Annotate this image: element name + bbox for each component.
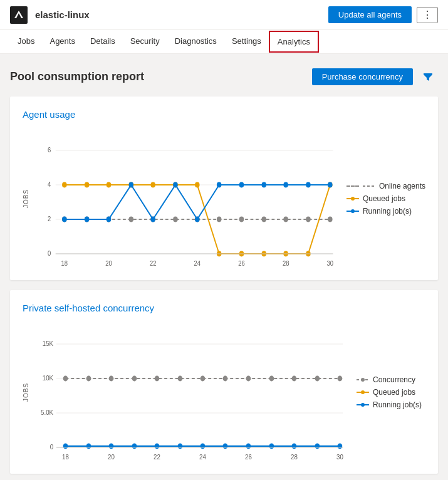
svg-point-33 <box>107 182 112 188</box>
svg-text:20: 20 <box>108 453 115 461</box>
svg-point-97 <box>132 443 137 449</box>
svg-point-95 <box>86 443 91 449</box>
svg-point-85 <box>178 376 183 382</box>
svg-text:22: 22 <box>150 259 157 267</box>
svg-point-91 <box>315 376 320 382</box>
more-options-button[interactable]: ⋮ <box>417 7 438 23</box>
svg-text:Nov: Nov <box>60 461 71 461</box>
svg-point-51 <box>217 182 222 188</box>
svg-point-49 <box>173 182 178 188</box>
svg-point-87 <box>223 376 228 382</box>
page-actions: Purchase concurrency <box>312 66 438 86</box>
nav-bar: Jobs Agents Details Security Diagnostics… <box>0 30 448 54</box>
legend-item-running: Running job(s) <box>346 207 425 216</box>
svg-text:26: 26 <box>238 259 245 267</box>
svg-point-32 <box>85 182 90 188</box>
svg-point-81 <box>86 376 91 382</box>
legend-label-concurrency: Concurrency <box>373 375 415 384</box>
legend-label-queued: Queued jobs <box>363 194 405 203</box>
page-header: Pool consumption report Purchase concurr… <box>10 66 438 86</box>
filter-icon[interactable] <box>418 66 438 86</box>
svg-point-101 <box>223 443 228 449</box>
svg-text:26: 26 <box>245 453 252 461</box>
svg-text:Nov: Nov <box>59 267 70 268</box>
legend-item-concurrency: Concurrency <box>357 375 425 384</box>
svg-text:2: 2 <box>48 216 51 223</box>
svg-point-50 <box>195 217 200 222</box>
private-concurrency-legend: Concurrency Queued jobs Running job(s) <box>357 323 425 461</box>
nav-item-jobs[interactable]: Jobs <box>10 30 42 53</box>
svg-text:0: 0 <box>48 250 51 258</box>
svg-text:4: 4 <box>48 181 51 189</box>
svg-point-105 <box>315 443 320 449</box>
svg-point-60 <box>351 197 355 201</box>
svg-text:15K: 15K <box>43 340 53 348</box>
svg-marker-0 <box>14 11 23 18</box>
nav-item-security[interactable]: Security <box>123 30 167 53</box>
svg-point-23 <box>173 217 178 222</box>
update-all-agents-button[interactable]: Update all agents <box>328 6 412 23</box>
content: Pool consumption report Purchase concurr… <box>0 54 448 480</box>
svg-point-99 <box>178 443 183 449</box>
svg-point-96 <box>109 443 114 449</box>
svg-point-31 <box>62 182 67 188</box>
svg-point-103 <box>269 443 274 449</box>
svg-point-113 <box>361 403 365 407</box>
legend-label-running2: Running job(s) <box>373 400 422 409</box>
svg-text:24: 24 <box>199 453 206 461</box>
svg-text:22: 22 <box>154 453 160 461</box>
legend-label-running: Running job(s) <box>363 207 412 216</box>
svg-point-46 <box>107 217 112 222</box>
svg-text:6: 6 <box>48 147 51 154</box>
svg-text:10K: 10K <box>43 375 53 382</box>
svg-point-44 <box>62 217 67 222</box>
svg-point-89 <box>269 376 274 382</box>
svg-point-21 <box>129 217 134 222</box>
svg-text:0: 0 <box>50 444 54 451</box>
svg-text:24: 24 <box>194 259 201 267</box>
private-concurrency-card: Private self-hosted concurrency JOBS 15K… <box>10 290 438 474</box>
purchase-concurrency-button[interactable]: Purchase concurrency <box>312 68 413 85</box>
svg-point-98 <box>155 443 160 449</box>
svg-point-45 <box>85 217 90 222</box>
svg-point-48 <box>150 217 155 222</box>
svg-point-52 <box>239 182 244 188</box>
header-title: elastic-linux <box>35 9 328 20</box>
svg-point-37 <box>195 182 200 188</box>
svg-point-104 <box>292 443 297 449</box>
nav-item-details[interactable]: Details <box>83 30 123 53</box>
svg-point-86 <box>201 376 206 382</box>
svg-text:30: 30 <box>336 453 343 461</box>
nav-item-settings[interactable]: Settings <box>224 30 269 53</box>
agent-usage-title: Agent usage <box>23 109 425 120</box>
svg-text:28: 28 <box>291 453 298 461</box>
svg-point-109 <box>361 378 365 382</box>
svg-text:28: 28 <box>283 259 289 267</box>
svg-point-29 <box>306 217 311 222</box>
nav-item-analytics[interactable]: Analytics <box>269 31 319 53</box>
svg-point-28 <box>283 217 288 222</box>
svg-point-100 <box>201 443 206 449</box>
private-concurrency-y-label: JOBS <box>23 323 29 461</box>
svg-point-56 <box>328 182 333 188</box>
legend-item-queued2: Queued jobs <box>357 388 425 397</box>
svg-text:20: 20 <box>105 259 112 267</box>
svg-point-111 <box>361 390 365 394</box>
svg-point-55 <box>306 182 311 188</box>
nav-item-diagnostics[interactable]: Diagnostics <box>167 30 224 53</box>
legend-item-running2: Running job(s) <box>357 400 425 409</box>
svg-point-25 <box>217 217 222 222</box>
svg-point-53 <box>262 182 267 188</box>
svg-text:18: 18 <box>61 259 68 267</box>
svg-text:30: 30 <box>327 259 334 267</box>
svg-point-30 <box>328 217 333 222</box>
agent-usage-legend: Online agents Queued jobs Running job(s) <box>346 130 425 268</box>
agent-usage-chart-container: JOBS 6 4 2 0 18 Nov 20 <box>23 130 425 268</box>
svg-point-94 <box>63 443 68 449</box>
nav-item-agents[interactable]: Agents <box>42 30 82 53</box>
svg-point-90 <box>292 376 297 382</box>
svg-point-26 <box>239 217 244 222</box>
svg-point-54 <box>283 182 288 188</box>
legend-label-online: Online agents <box>379 182 425 190</box>
legend-label-queued2: Queued jobs <box>373 388 415 397</box>
